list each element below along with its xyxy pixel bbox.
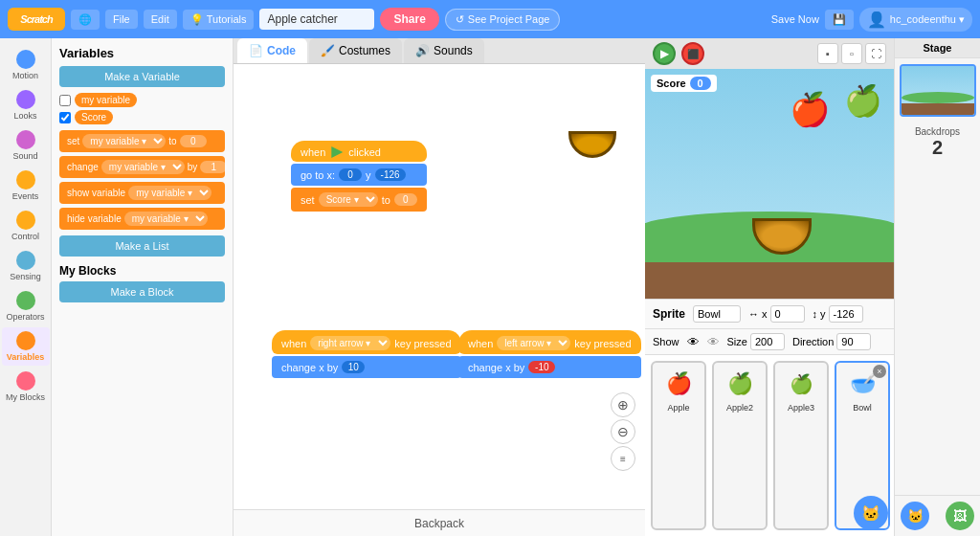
sidebar-item-myblocks[interactable]: My Blocks — [2, 368, 50, 406]
change-x-neg-input[interactable] — [528, 361, 555, 373]
show-variable-block[interactable]: show variable my variable ▾ Score — [59, 182, 225, 204]
hide-eye-btn[interactable]: 👁 — [707, 335, 720, 349]
change-var-dropdown[interactable]: my variable ▾ Score — [101, 160, 185, 174]
hide-variable-block[interactable]: hide variable my variable ▾ Score — [59, 208, 225, 230]
cloud-btn[interactable]: 💾 — [825, 10, 854, 30]
sprite-thumb-apple[interactable]: 🍎 Apple — [651, 361, 706, 530]
backpack-bar[interactable]: Backpack — [234, 509, 645, 536]
zoom-reset-btn[interactable]: ≡ — [611, 446, 635, 471]
show-var-dropdown[interactable]: my variable ▾ Score — [128, 186, 212, 200]
set-var-dropdown[interactable]: my variable ▾ Score — [82, 134, 166, 148]
sidebar-item-motion[interactable]: Motion — [2, 46, 50, 84]
game-score-display: Score 0 — [651, 75, 717, 92]
set-score-block[interactable]: set Score ▾ to — [291, 188, 427, 212]
sprite-library-btn[interactable]: 🐱 — [901, 502, 929, 530]
sidebar-item-control[interactable]: Control — [2, 207, 50, 245]
language-btn[interactable]: 🌐 — [71, 10, 100, 30]
stage-small-btn[interactable]: ▪ — [817, 43, 838, 64]
blocks-panel: Variables Make a Variable my variable Sc… — [52, 38, 234, 536]
tab-costumes[interactable]: 🖌️ Costumes — [309, 38, 402, 63]
sprite-name-input[interactable] — [693, 305, 741, 323]
score-checkbox[interactable] — [59, 112, 71, 123]
when-left-arrow-block[interactable]: when left arrow ▾ key pressed — [458, 330, 641, 354]
var-score: Score — [59, 110, 225, 124]
sprite-props: Show 👁 👁 Size Direction — [645, 329, 894, 355]
make-variable-btn[interactable]: Make a Variable — [59, 66, 225, 87]
save-now-btn[interactable]: Save Now — [771, 13, 819, 25]
myvar-checkbox[interactable] — [59, 95, 71, 106]
left-key-dropdown[interactable]: left arrow ▾ — [497, 336, 570, 350]
project-title-input[interactable] — [259, 9, 374, 30]
variables-dot — [16, 331, 35, 350]
show-eye-btn[interactable]: 👁 — [687, 335, 700, 349]
change-x-10-block[interactable]: change x by — [272, 356, 461, 378]
bottom-action-row: 🐱 🖼 — [895, 495, 980, 536]
stage-large-btn[interactable]: ▫ — [841, 43, 862, 64]
sprite-x-group: ↔ x — [748, 305, 805, 323]
tab-sounds[interactable]: 🔊 Sounds — [404, 38, 484, 63]
sidebar-item-sensing[interactable]: Sensing — [2, 247, 50, 285]
sprite-y-input[interactable] — [829, 305, 863, 323]
size-input[interactable] — [750, 333, 785, 350]
when-clicked-block[interactable]: when clicked — [291, 141, 427, 162]
stage-fullscreen-btn[interactable]: ⛶ — [865, 43, 886, 64]
backdrops-count: 2 — [895, 137, 980, 159]
sprite-x-input[interactable] — [770, 305, 805, 323]
stage-settings-btn[interactable]: 🖼 — [946, 502, 974, 530]
add-sprite-btn[interactable]: 🐱 — [854, 496, 888, 530]
change-x-neg10-block[interactable]: change x by — [458, 356, 641, 378]
zoom-in-btn[interactable]: ⊕ — [611, 392, 635, 417]
code-icon: 📄 — [249, 44, 263, 57]
script-canvas[interactable]: when clicked go to x: y set Score ▾ to — [234, 64, 645, 509]
tab-code[interactable]: 📄 Code — [237, 38, 307, 63]
goto-xy-block[interactable]: go to x: y — [291, 164, 427, 186]
main-layout: Motion Looks Sound Events Control Sensin… — [0, 38, 980, 536]
make-block-btn[interactable]: Make a Block — [59, 281, 225, 302]
green-flag-icon — [331, 146, 343, 158]
sprite-y-group: ↕ y — [813, 305, 863, 323]
stage-main-col: ▶ ⬛ ▪ ▫ ⛶ Score 0 — [645, 38, 894, 536]
zoom-out-btn[interactable]: ⊖ — [611, 419, 635, 444]
sprite-thumb-apple2[interactable]: 🍏 Apple2 — [712, 361, 768, 530]
change-x-val-input[interactable] — [342, 361, 365, 373]
stop-button[interactable]: ⬛ — [681, 42, 704, 65]
when-right-arrow-block[interactable]: when right arrow ▾ key pressed — [272, 330, 461, 354]
category-sidebar: Motion Looks Sound Events Control Sensin… — [0, 38, 52, 536]
share-button[interactable]: Share — [380, 8, 438, 31]
sidebar-item-variables[interactable]: Variables — [2, 327, 50, 366]
tab-bar: 📄 Code 🖌️ Costumes 🔊 Sounds — [234, 38, 645, 64]
make-list-btn[interactable]: Make a List — [59, 235, 225, 257]
y-input[interactable] — [375, 168, 406, 181]
sprite-thumb-apple3[interactable]: 🍏 Apple3 — [773, 361, 829, 530]
hide-var-dropdown[interactable]: my variable ▾ Score — [124, 212, 208, 226]
sidebar-item-events[interactable]: Events — [2, 167, 50, 205]
score-pill: Score — [75, 110, 113, 124]
my-blocks-title: My Blocks — [59, 264, 225, 278]
stage-thumb[interactable] — [900, 64, 976, 117]
change-block-row: change my variable ▾ Score by — [59, 156, 225, 178]
user-avatar[interactable]: 👤 hc_codeenthu ▾ — [859, 8, 972, 32]
edit-menu-btn[interactable]: Edit — [144, 10, 177, 29]
show-var-block-row: show variable my variable ▾ Score — [59, 182, 225, 204]
score-val-input[interactable] — [394, 193, 417, 206]
set-score-dropdown[interactable]: Score ▾ — [319, 192, 378, 207]
sidebar-item-sound[interactable]: Sound — [2, 126, 50, 165]
sounds-icon: 🔊 — [415, 44, 430, 57]
key-dropdown[interactable]: right arrow ▾ — [310, 336, 390, 350]
set-val-input[interactable] — [180, 135, 207, 147]
file-menu-btn[interactable]: File — [105, 10, 138, 29]
change-val-input[interactable] — [200, 161, 227, 173]
var-myvar: my variable — [59, 93, 225, 107]
sidebar-item-operators[interactable]: Operators — [2, 287, 50, 325]
sprite-delete-btn[interactable]: × — [873, 365, 886, 378]
set-variable-block[interactable]: set my variable ▾ Score to — [59, 130, 225, 152]
tutorials-btn[interactable]: 💡 Tutorials — [183, 10, 255, 30]
see-project-btn[interactable]: ↺ See Project Page — [445, 9, 561, 31]
sidebar-item-looks[interactable]: Looks — [2, 86, 50, 124]
direction-input[interactable] — [836, 333, 871, 350]
x-input[interactable] — [339, 168, 362, 181]
bottom-sprites-area: 🍎 Apple 🍏 Apple2 🍏 Apple3 — [645, 355, 894, 536]
backdrops-label: Backdrops — [895, 126, 980, 137]
change-variable-block[interactable]: change my variable ▾ Score by — [59, 156, 225, 178]
green-flag-button[interactable]: ▶ — [653, 42, 676, 65]
